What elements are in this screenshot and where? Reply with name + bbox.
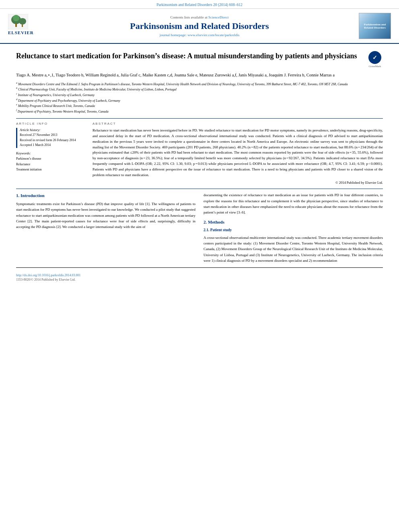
elsevier-tree-icon: [8, 14, 28, 29]
copyright-line: © 2014 Published by Elsevier Ltd.: [93, 181, 383, 185]
body-section: 1. Introduction Symptomatic treatments e…: [16, 192, 383, 263]
methods-col: documenting the existence of reluctance …: [204, 192, 383, 263]
sciencedirect-anchor[interactable]: ScienceDirect: [208, 15, 228, 19]
intro-text-right: documenting the existence of reluctance …: [204, 192, 383, 216]
crossmark-icon: ✓: [368, 51, 381, 64]
svg-point-2: [13, 15, 19, 21]
homepage-anchor[interactable]: journal homepage: www.elsevier.com/locat…: [160, 33, 239, 37]
abstract-text: Reluctance to start medication has never…: [93, 128, 383, 178]
header-divider: [16, 118, 383, 119]
methods-subsection: 2.1. Patient study: [204, 227, 383, 233]
accepted-date: Accepted 1 March 2014: [20, 143, 84, 148]
affiliation-item: a Movement Disorders Centre and The Edmo…: [16, 81, 383, 87]
footnote-area: [16, 267, 383, 269]
affiliation-item: d Department of Psychiatry and Psychothe…: [16, 98, 383, 103]
authors-text: Tiago A. Mestre a,⋆,1, Tiago Teodoro b, …: [16, 73, 335, 77]
journal-cover-image: Parkinsonism and Related Disorders: [359, 13, 391, 39]
abstract-col: ABSTRACT Reluctance to start medication …: [93, 122, 383, 185]
affiliations: a Movement Disorders Centre and The Edmo…: [16, 81, 383, 114]
intro-col: 1. Introduction Symptomatic treatments e…: [16, 192, 195, 263]
affiliation-item: c Institute of Neurogenetics, University…: [16, 92, 383, 98]
affiliation-item: f Department of Psychiatry, Toronto West…: [16, 109, 383, 114]
affiliation-item: b Clinical Pharmacology Unit, Faculty of…: [16, 86, 383, 92]
article-title-section: Reluctance to start medication for Parki…: [16, 51, 383, 68]
article-history-block: Article history: Received 27 November 20…: [16, 128, 84, 148]
keywords-list: Parkinson’s diseaseReluctanceTreatment i…: [16, 156, 84, 173]
intro-methods-cols: 1. Introduction Symptomatic treatments e…: [16, 192, 383, 263]
bottom-links: http://dx.doi.org/10.1016/j.parkreldis.2…: [16, 273, 383, 277]
svg-rect-5: [22, 25, 23, 27]
crossmark-area[interactable]: ✓ CrossMark: [367, 51, 383, 68]
authors-line: Tiago A. Mestre a,⋆,1, Tiago Teodoro b, …: [16, 72, 383, 79]
abstract-paragraph: Reluctance to start medication has never…: [93, 128, 383, 178]
article-title: Reluctance to start medication for Parki…: [16, 51, 363, 61]
keywords-block: Keywords: Parkinson’s diseaseReluctanceT…: [16, 151, 84, 173]
issn-line: 1353-8020/© 2014 Published by Elsevier L…: [16, 278, 383, 281]
journal-header-center: Contents lists available at ScienceDirec…: [52, 15, 347, 37]
keyword-item: Parkinson’s disease: [16, 156, 84, 162]
article-dates: Received 27 November 2013 Received in re…: [20, 133, 84, 148]
top-banner: Parkinsonism and Related Disorders 20 (2…: [0, 0, 399, 9]
journal-homepage: journal homepage: www.elsevier.com/locat…: [52, 33, 347, 37]
keyword-item: Treatment initiation: [16, 167, 84, 173]
journal-title: Parkinsonism and Related Disorders: [52, 21, 347, 31]
revised-date: Received in revised form 26 February 201…: [20, 138, 84, 143]
keywords-label: Keywords:: [16, 151, 84, 155]
history-label: Article history:: [20, 128, 84, 132]
body-divider: [16, 189, 383, 189]
elsevier-label: ELSEVIER: [8, 30, 34, 35]
crossmark-label: CrossMark: [368, 65, 381, 68]
journal-cover-area: Parkinsonism and Related Disorders: [347, 13, 391, 39]
article-content: Reluctance to start medication for Parki…: [0, 44, 399, 286]
elsevier-logo-area: ELSEVIER: [8, 14, 52, 38]
info-abstract-section: ARTICLE INFO Article history: Received 2…: [16, 122, 383, 185]
article-info-col: ARTICLE INFO Article history: Received 2…: [16, 122, 84, 185]
svg-rect-3: [15, 24, 17, 27]
intro-text-left: Symptomatic treatments exist for Parkins…: [16, 201, 195, 230]
affiliation-item: e Mobility Program Clinical Research Uni…: [16, 103, 383, 109]
received-date: Received 27 November 2013: [20, 133, 84, 138]
methods-section-number: 2. Methods: [204, 219, 383, 226]
keyword-item: Reluctance: [16, 162, 84, 167]
doi-link[interactable]: http://dx.doi.org/10.1016/j.parkreldis.2…: [16, 273, 81, 277]
article-info-heading: ARTICLE INFO: [16, 122, 84, 125]
elsevier-logo: ELSEVIER: [8, 14, 48, 38]
page: Parkinsonism and Related Disorders 20 (2…: [0, 0, 399, 532]
abstract-heading: ABSTRACT: [93, 122, 383, 125]
journal-header: ELSEVIER Contents lists available at Sci…: [0, 9, 399, 44]
banner-text: Parkinsonism and Related Disorders 20 (2…: [156, 3, 243, 7]
sciencedirect-link: Contents lists available at ScienceDirec…: [52, 15, 347, 19]
methods-text: A cross-sectional observational multicen…: [204, 235, 383, 264]
intro-section-number: 1. Introduction: [16, 192, 195, 199]
svg-point-4: [19, 18, 26, 25]
